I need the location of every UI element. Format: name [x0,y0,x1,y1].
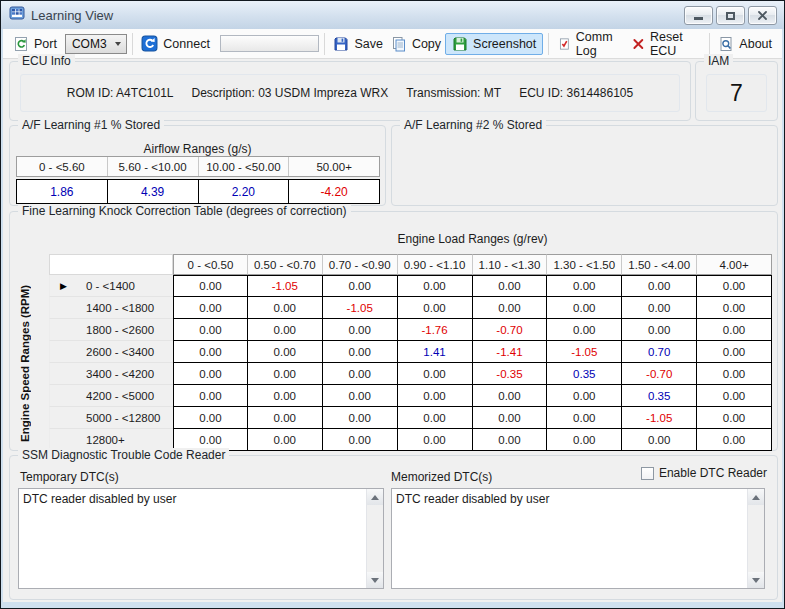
scroll-down-button[interactable] [367,572,383,588]
knock-value-cell[interactable]: 0.00 [173,297,248,319]
knock-value-cell[interactable]: 0.00 [248,297,323,319]
knock-value-cell[interactable]: 1.41 [398,341,473,363]
knock-value-cell[interactable]: 0.00 [323,275,398,297]
maximize-button[interactable] [716,6,745,25]
knock-value-cell[interactable]: 0.00 [473,407,548,429]
knock-value-cell[interactable]: 0.00 [323,363,398,385]
knock-value-cell[interactable]: -1.76 [398,319,473,341]
knock-value-cell[interactable]: -1.05 [622,407,697,429]
knock-value-cell[interactable]: 0.70 [622,341,697,363]
knock-value-cell[interactable]: 0.35 [547,363,622,385]
knock-value-cell[interactable]: 0.00 [697,341,772,363]
memorized-dtc-scrollbar[interactable] [747,489,764,588]
knock-value-cell[interactable]: 0.00 [622,297,697,319]
port-dropdown-button[interactable] [111,35,126,53]
scroll-down-button[interactable] [748,572,764,588]
reset-ecu-label: Reset ECU [650,30,700,58]
knock-value-cell[interactable]: -0.35 [473,363,548,385]
knock-value-cell[interactable]: 0.00 [697,363,772,385]
reset-ecu-button[interactable]: Reset ECU [628,28,703,60]
temporary-dtc-scrollbar[interactable] [366,489,383,588]
knock-value-cell[interactable]: 0.00 [398,363,473,385]
af1-value-cell[interactable]: -4.20 [289,180,379,203]
knock-column-header: 4.00+ [697,254,772,275]
knock-value-cell[interactable]: 0.00 [547,407,622,429]
knock-column-header: 0.50 - <0.70 [248,254,323,275]
knock-value-cell[interactable]: 0.00 [173,341,248,363]
port-refresh-button[interactable]: Port [9,34,61,54]
knock-value-cell[interactable]: 0.00 [398,429,473,451]
connect-button[interactable]: Connect [137,33,214,54]
save-icon [333,36,349,52]
knock-value-cell[interactable]: 0.00 [547,429,622,451]
comm-log-button[interactable]: Comm Log [554,28,628,60]
temporary-dtc-textarea[interactable]: DTC reader disabled by user [18,488,384,589]
knock-value-cell[interactable]: 0.00 [697,275,772,297]
knock-value-cell[interactable]: 0.00 [473,385,548,407]
knock-value-cell[interactable]: 0.00 [323,385,398,407]
knock-value-cell[interactable]: 0.00 [323,407,398,429]
knock-value-cell[interactable]: 0.00 [622,319,697,341]
knock-value-cell[interactable]: 0.00 [248,319,323,341]
minimize-button[interactable] [684,6,713,25]
about-button[interactable]: About [714,34,776,54]
knock-value-cell[interactable]: 0.00 [248,341,323,363]
title-bar[interactable]: Learning View [1,1,784,29]
knock-value-cell[interactable]: 0.00 [323,429,398,451]
knock-value-cell[interactable]: -1.41 [473,341,548,363]
memorized-dtc-textarea[interactable]: DTC reader disabled by user [391,488,765,589]
screenshot-button[interactable]: Screenshot [445,33,543,55]
af1-value-cell[interactable]: 4.39 [108,180,199,203]
knock-value-cell[interactable]: 0.00 [248,363,323,385]
knock-value-cell[interactable]: -1.05 [547,341,622,363]
knock-value-cell[interactable]: 0.00 [173,363,248,385]
knock-value-cell[interactable]: 0.00 [547,385,622,407]
knock-value-cell[interactable]: 0.00 [173,275,248,297]
af-learning-2-group: A/F Learning #2 % Stored [391,125,778,206]
knock-row-header: 5000 - <12800 [49,407,173,429]
knock-value-cell[interactable]: 0.00 [547,319,622,341]
knock-value-cell[interactable]: -0.70 [473,319,548,341]
ecu-info-group: ECU Info ROM ID: A4TC101L Description: 0… [9,61,691,121]
enable-dtc-reader-checkbox[interactable] [641,467,654,480]
knock-value-cell[interactable]: 0.00 [173,385,248,407]
knock-value-cell[interactable]: 0.00 [473,297,548,319]
knock-value-cell[interactable]: 0.35 [622,385,697,407]
knock-value-cell[interactable]: 0.00 [622,275,697,297]
scroll-up-button[interactable] [748,489,764,505]
save-button[interactable]: Save [329,34,387,54]
scroll-up-button[interactable] [367,489,383,505]
knock-value-cell[interactable]: -0.70 [622,363,697,385]
ecu-info-panel: ROM ID: A4TC101L Description: 03 USDM Im… [20,74,680,112]
reset-ecu-icon [632,36,645,52]
knock-value-cell[interactable]: 0.00 [622,429,697,451]
knock-value-cell[interactable]: 0.00 [173,407,248,429]
knock-value-cell[interactable]: 0.00 [473,275,548,297]
knock-value-cell[interactable]: -1.05 [323,297,398,319]
knock-value-cell[interactable]: 0.00 [473,429,548,451]
copy-button[interactable]: Copy [387,34,445,54]
knock-value-cell[interactable]: -1.05 [248,275,323,297]
knock-value-cell[interactable]: 0.00 [697,407,772,429]
close-button[interactable] [748,6,777,25]
knock-value-cell[interactable]: 0.00 [697,429,772,451]
knock-value-cell[interactable]: 0.00 [697,385,772,407]
knock-value-cell[interactable]: 0.00 [323,319,398,341]
knock-value-cell[interactable]: 0.00 [248,407,323,429]
knock-value-cell[interactable]: 0.00 [248,429,323,451]
knock-value-cell[interactable]: 0.00 [547,297,622,319]
port-select[interactable]: COM3 [65,34,127,54]
knock-value-cell[interactable]: 0.00 [398,385,473,407]
knock-value-cell[interactable]: 0.00 [398,407,473,429]
knock-value-cell[interactable]: 0.00 [248,385,323,407]
knock-row-header: 4200 - <5000 [49,385,173,407]
af1-value-cell[interactable]: 1.86 [17,180,108,203]
af1-value-cell[interactable]: 2.20 [199,180,290,203]
knock-value-cell[interactable]: 0.00 [398,297,473,319]
knock-value-cell[interactable]: 0.00 [323,341,398,363]
knock-value-cell[interactable]: 0.00 [173,319,248,341]
knock-value-cell[interactable]: 0.00 [697,319,772,341]
knock-value-cell[interactable]: 0.00 [398,275,473,297]
knock-value-cell[interactable]: 0.00 [697,297,772,319]
knock-value-cell[interactable]: 0.00 [547,275,622,297]
